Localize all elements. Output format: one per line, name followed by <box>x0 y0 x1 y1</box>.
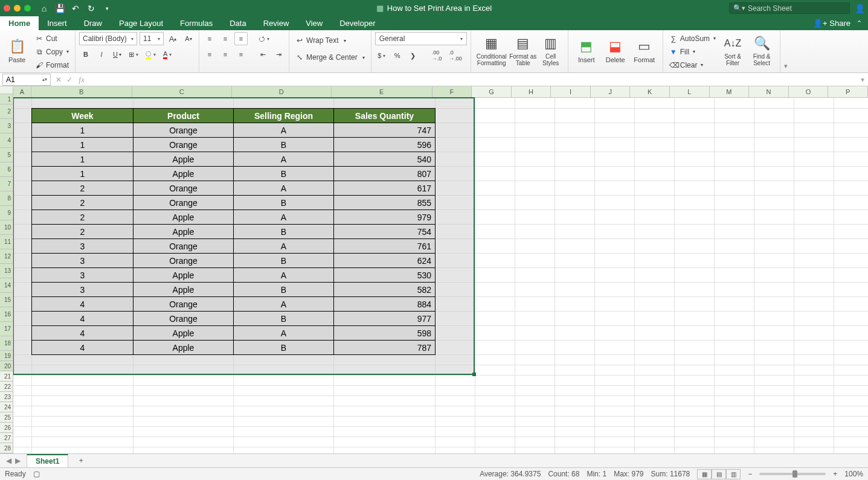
table-cell[interactable]: Apple <box>133 210 234 225</box>
insert-cells-button[interactable]: ⬒Insert <box>572 32 601 69</box>
table-cell[interactable]: 884 <box>334 297 436 312</box>
expand-formula-bar-icon[interactable]: ▾ <box>857 75 868 84</box>
select-all-corner[interactable] <box>0 86 13 94</box>
row-header[interactable]: 18 <box>0 336 13 351</box>
undo-icon[interactable]: ↶ <box>71 4 80 13</box>
column-header[interactable]: J <box>591 86 631 98</box>
row-header[interactable]: 1 <box>0 94 13 104</box>
clear-button[interactable]: ⌫Clear▾ <box>667 59 718 71</box>
row-header[interactable]: 13 <box>0 264 13 278</box>
paste-button[interactable]: 📋 Paste <box>4 32 30 69</box>
row-header[interactable]: 14 <box>0 278 13 293</box>
table-cell[interactable]: 2 <box>32 210 133 225</box>
format-cells-button[interactable]: ▭Format <box>630 32 659 69</box>
table-cell[interactable]: 4 <box>32 326 133 341</box>
border-button[interactable]: ⊞ <box>126 48 141 61</box>
table-cell[interactable]: Orange <box>133 297 234 312</box>
find-select-button[interactable]: 🔍Find & Select <box>747 32 776 69</box>
table-cell[interactable]: Apple <box>133 268 234 283</box>
table-cell[interactable]: A <box>234 297 334 312</box>
tab-page-layout[interactable]: Page Layout <box>111 16 172 30</box>
row-header[interactable]: 9 <box>0 206 13 220</box>
tab-developer[interactable]: Developer <box>331 16 384 30</box>
fill-button[interactable]: ▼Fill▾ <box>667 46 718 58</box>
column-header[interactable]: C <box>132 86 232 98</box>
minimize-window-button[interactable] <box>14 5 21 11</box>
table-cell[interactable]: 807 <box>334 167 436 181</box>
table-cell[interactable]: Apple <box>133 326 234 341</box>
font-color-button[interactable]: A <box>161 48 174 61</box>
ribbon-options-icon[interactable]: ▾ <box>780 30 791 72</box>
table-cell[interactable]: 582 <box>334 283 436 297</box>
fill-color-button[interactable]: ◌ <box>143 48 158 61</box>
row-header[interactable]: 21 <box>0 371 13 382</box>
close-window-button[interactable] <box>4 5 10 11</box>
table-row[interactable]: 4AppleB787 <box>32 341 436 355</box>
bold-button[interactable]: B <box>79 48 92 61</box>
align-bottom-button[interactable]: ≡ <box>234 32 248 45</box>
table-row[interactable]: 2AppleA979 <box>32 210 436 225</box>
row-header[interactable]: 6 <box>0 162 13 177</box>
table-cell[interactable]: 747 <box>334 123 436 138</box>
table-cell[interactable]: B <box>234 312 334 326</box>
table-cell[interactable]: 1 <box>32 152 133 167</box>
redo-icon[interactable]: ↻ <box>86 4 96 13</box>
table-cell[interactable]: Orange <box>133 196 234 210</box>
table-cell[interactable]: 598 <box>334 326 436 341</box>
decrease-decimal-button[interactable]: .0→.00 <box>446 49 465 62</box>
table-cell[interactable]: Orange <box>133 312 234 326</box>
row-header[interactable]: 27 <box>0 433 13 443</box>
column-header[interactable]: H <box>512 86 551 98</box>
table-cell[interactable]: B <box>234 341 334 355</box>
row-header[interactable]: 15 <box>0 293 13 307</box>
table-cell[interactable]: 2 <box>32 225 133 239</box>
tab-draw[interactable]: Draw <box>76 16 111 30</box>
table-cell[interactable]: 4 <box>32 341 133 355</box>
decrease-font-button[interactable]: A▾ <box>182 32 195 45</box>
table-cell[interactable]: 1 <box>32 138 133 152</box>
table-row[interactable]: 3OrangeA761 <box>32 239 436 254</box>
table-cell[interactable]: 3 <box>32 283 133 297</box>
table-cell[interactable]: 1 <box>32 123 133 138</box>
table-row[interactable]: 1OrangeB596 <box>32 138 436 152</box>
tab-home[interactable]: Home <box>0 16 39 30</box>
home-icon[interactable]: ⌂ <box>39 4 49 13</box>
table-row[interactable]: 1OrangeA747 <box>32 123 436 138</box>
table-cell[interactable]: Apple <box>133 341 234 355</box>
decrease-indent-button[interactable]: ⇤ <box>256 48 269 61</box>
table-row[interactable]: 3AppleA530 <box>32 268 436 283</box>
table-cell[interactable]: 617 <box>334 181 436 196</box>
table-row[interactable]: 1AppleB807 <box>32 167 436 181</box>
merge-center-button[interactable]: ⤡Merge & Center▾ <box>293 49 367 66</box>
table-row[interactable]: 3OrangeB624 <box>32 254 436 268</box>
table-cell[interactable]: 624 <box>334 254 436 268</box>
table-cell[interactable]: 4 <box>32 312 133 326</box>
row-header[interactable]: 7 <box>0 177 13 191</box>
column-header[interactable]: D <box>232 86 332 98</box>
table-cell[interactable]: 754 <box>334 225 436 239</box>
table-cell[interactable]: Orange <box>133 239 234 254</box>
table-cell[interactable]: Orange <box>133 123 234 138</box>
cancel-formula-icon[interactable]: ✕ <box>53 75 64 84</box>
tab-insert[interactable]: Insert <box>39 16 76 30</box>
maximize-window-button[interactable] <box>24 5 31 11</box>
row-header[interactable]: 3 <box>0 119 13 133</box>
table-cell[interactable]: 761 <box>334 239 436 254</box>
table-cell[interactable]: 2 <box>32 181 133 196</box>
column-header[interactable]: M <box>710 86 750 98</box>
table-row[interactable]: 3AppleB582 <box>32 283 436 297</box>
zoom-slider[interactable] <box>759 473 826 475</box>
table-row[interactable]: 4OrangeB977 <box>32 312 436 326</box>
name-box[interactable]: A1 ▴▾ <box>2 74 51 86</box>
table-row[interactable]: 1AppleA540 <box>32 152 436 167</box>
table-row[interactable]: 2OrangeA617 <box>32 181 436 196</box>
tab-view[interactable]: View <box>297 16 331 30</box>
table-cell[interactable]: B <box>234 283 334 297</box>
row-header[interactable]: 20 <box>0 361 13 371</box>
tab-data[interactable]: Data <box>221 16 254 30</box>
row-header[interactable]: 16 <box>0 307 13 322</box>
table-cell[interactable]: B <box>234 225 334 239</box>
format-painter-button[interactable]: 🖌Format <box>33 59 71 71</box>
add-sheet-button[interactable]: + <box>74 454 88 467</box>
zoom-level[interactable]: 100% <box>844 470 863 478</box>
